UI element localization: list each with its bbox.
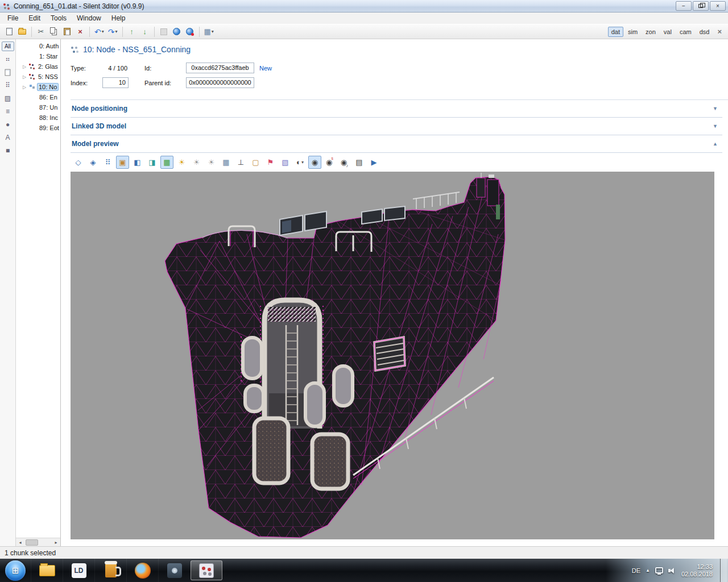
filter-nodes-button[interactable]: ⠶ [2,54,14,64]
bounding-box-button[interactable]: ▢ [249,156,262,169]
taskbar-clock[interactable]: 12:33 02.08.2018 [681,563,715,578]
new-id-link[interactable]: New [259,65,272,72]
copy-button[interactable] [48,26,60,38]
show-desktop-button[interactable] [720,559,727,582]
toggle-dsd[interactable]: dsd [696,27,713,37]
id-field[interactable]: 0xaccd6275ac3ffaeb [186,63,254,73]
toggle-val[interactable]: val [660,27,675,37]
section-model-preview[interactable]: Model preview ▲ [71,135,722,153]
grid-options-button[interactable]: ▦▾ [202,26,216,38]
tree-item[interactable]: ▷5: NSS [16,72,60,82]
menu-file[interactable]: File [2,13,23,23]
filter-cluster-button[interactable]: ⠿ [2,80,14,90]
expander-icon[interactable]: ▷ [23,85,28,90]
tree-item[interactable]: 86: En [16,92,60,102]
tree-item[interactable]: 1: Star [16,51,60,61]
chevron-down-icon[interactable]: ▼ [713,106,718,111]
tree-item[interactable]: 89: Eot [16,123,60,133]
flip-normals-button[interactable]: ◨ [146,156,159,169]
chevron-up-icon[interactable]: ▲ [713,141,718,147]
link-button[interactable] [158,26,170,38]
section-linked-3d-model[interactable]: Linked 3D model ▼ [71,118,722,135]
visibility-sim-button[interactable]: ◉s [323,156,336,169]
move-up-button[interactable]: ↑ [126,26,138,38]
parent-id-field[interactable]: 0x0000000000000000 [186,77,254,88]
tree-item[interactable]: 0: Auth [16,41,60,51]
camera-button[interactable]: ▤ [353,156,366,169]
menu-edit[interactable]: Edit [23,13,46,23]
view-shaded-button[interactable]: ◧ [131,156,144,169]
view-solid-button[interactable]: ◇ [72,156,85,169]
redo-dropdown-icon[interactable]: ▾ [115,29,117,34]
redo-button[interactable]: ↷▾ [106,26,119,38]
view-points-button[interactable]: ⠿ [101,156,114,169]
paste-button[interactable] [61,26,73,38]
taskbar-image-tool-button[interactable] [158,559,190,582]
delete-button[interactable]: × [74,26,86,38]
grid-floor-button[interactable]: ▦ [220,156,233,169]
menu-help[interactable]: Help [106,13,131,23]
tree-item[interactable]: 87: Un [16,102,60,113]
new-file-button[interactable] [3,26,15,38]
language-indicator[interactable]: DE [632,567,640,574]
light-1-button[interactable]: ☀ [175,156,188,169]
filter-font-button[interactable]: A [2,132,14,143]
expander-icon[interactable]: ▷ [23,64,28,69]
visibility-sound-button[interactable]: ◉♪ [338,156,351,169]
tree-item-selected[interactable]: ▷10: No [16,82,60,92]
move-down-button[interactable]: ↓ [139,26,151,38]
scrollbar-thumb[interactable] [26,539,38,546]
tree-item[interactable]: 88: Inc [16,113,60,123]
wire-overlay-button[interactable]: ▦ [160,156,173,169]
taskbar-silent3ditor-button[interactable] [191,560,222,580]
tree-horizontal-scrollbar[interactable]: ◂ ▸ [16,538,60,546]
pivot-axis-button[interactable]: ⊥ [234,156,247,169]
toggle-cam[interactable]: cam [676,27,695,37]
start-button[interactable]: ⊞ [0,559,31,582]
uv-grid-button[interactable]: ▧ [279,156,292,169]
chevron-down-icon[interactable]: ▼ [713,123,718,129]
scroll-left-icon[interactable]: ◂ [16,538,24,546]
light-2-button[interactable]: ☀ [190,156,203,169]
tray-expand-icon[interactable]: ▲ [646,568,650,573]
play-animation-button[interactable]: ▶ [367,156,380,169]
texture-flag-button[interactable]: ⚑ [264,156,277,169]
toggle-sim[interactable]: sim [624,27,641,37]
minimize-button[interactable]: − [676,1,692,11]
close-button[interactable]: × [710,1,726,11]
web-help-button[interactable] [184,26,196,38]
filter-all-button[interactable]: All [2,41,14,51]
expander-icon[interactable]: ▷ [23,74,28,80]
undo-button[interactable]: ↶▾ [93,26,106,38]
filter-text-button[interactable]: ≡ [2,106,14,117]
tree-item[interactable]: ▷2: Glas [16,61,60,72]
web-button[interactable] [171,26,183,38]
shading-mode-button[interactable]: ◐▾ [293,156,307,169]
visibility-button[interactable]: ◉ [308,156,321,169]
view-wireframe-button[interactable]: ◈ [86,156,100,169]
filter-sphere-button[interactable]: ● [2,119,14,130]
menu-window[interactable]: Window [72,13,106,23]
cut-button[interactable]: ✂ [35,26,47,38]
filter-material-button[interactable]: ■ [2,146,14,156]
toggle-dat[interactable]: dat [608,27,623,37]
grid-dropdown-icon[interactable]: ▾ [212,29,214,34]
taskbar-explorer-button[interactable] [31,559,63,582]
section-node-positioning[interactable]: Node positioning ▼ [71,100,722,118]
undo-dropdown-icon[interactable]: ▾ [102,29,104,34]
taskbar-firefox-button[interactable] [126,559,158,582]
scroll-right-icon[interactable]: ▸ [52,538,60,546]
restore-button[interactable] [693,1,709,11]
light-3-button[interactable]: ☀ [205,156,218,169]
toggle-zon[interactable]: zon [642,27,659,37]
filter-page-button[interactable] [2,67,14,77]
open-file-button[interactable] [16,26,28,38]
shading-dropdown-icon[interactable]: ▾ [301,160,304,165]
filter-image-button[interactable]: ▨ [2,93,14,103]
taskbar-mug-app-button[interactable] [94,559,126,582]
tray-display-icon[interactable] [655,567,663,573]
close-file-button[interactable]: × [714,27,725,36]
viewport-3d[interactable] [71,172,714,539]
menu-tools[interactable]: Tools [46,13,72,23]
view-textured-button[interactable]: ▣ [116,156,129,169]
